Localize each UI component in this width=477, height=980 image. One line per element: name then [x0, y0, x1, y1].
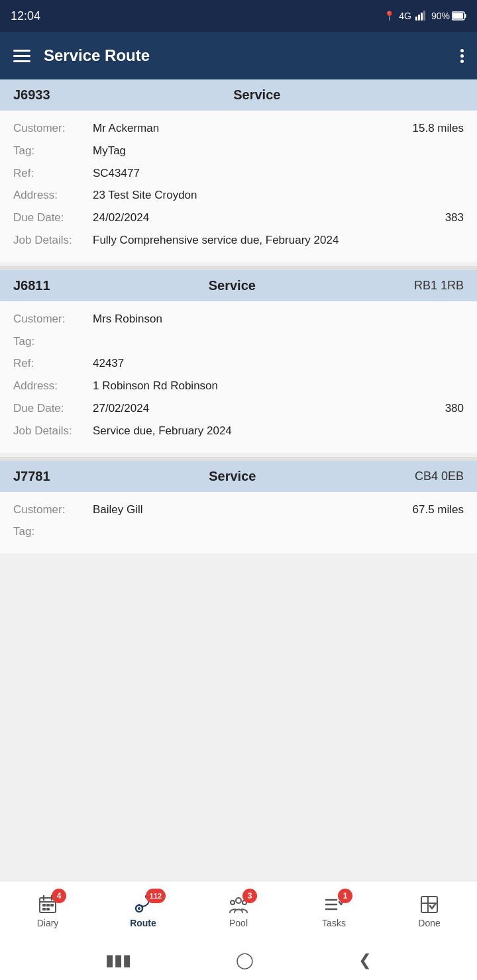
tasks-badge: 1	[338, 889, 352, 903]
job-address-row: Address: 23 Test Site Croydon	[13, 184, 464, 207]
job-body-j6811: Customer: Mrs Robinson Tag: Ref: 42437 A…	[0, 301, 477, 453]
job-list: J6933 Service Customer: Mr Ackerman 15.8…	[0, 79, 477, 881]
location-icon: 📍	[384, 11, 395, 21]
customer-label: Customer:	[13, 502, 93, 518]
battery-icon: 90%	[431, 11, 466, 21]
job-card-j7781[interactable]: J7781 Service CB4 0EB Customer: Bailey G…	[0, 461, 477, 554]
svg-rect-11	[42, 904, 46, 906]
ref-value: 42437	[93, 356, 464, 371]
details-value: Service due, February 2024	[93, 423, 464, 439]
job-customer-row: Customer: Mrs Robinson	[13, 308, 464, 330]
customer-label: Customer:	[13, 121, 93, 136]
job-ref-row: Ref: 42437	[13, 352, 464, 375]
due-number: 383	[445, 210, 464, 226]
job-body-j6933: Customer: Mr Ackerman 15.8 miles Tag: My…	[0, 111, 477, 262]
home-button[interactable]: ◯	[236, 951, 254, 969]
svg-rect-12	[46, 904, 50, 906]
page-title: Service Route	[44, 46, 460, 65]
done-icon-container	[419, 894, 440, 915]
details-label: Job Details:	[13, 232, 93, 248]
pool-icon-container: 3	[228, 894, 249, 915]
job-details-row: Job Details: Fully Comprehensive service…	[13, 229, 464, 252]
nav-item-route[interactable]: 112 Route	[95, 881, 191, 940]
hamburger-menu-button[interactable]	[13, 50, 30, 62]
status-bar: 12:04 📍 4G 90%	[0, 0, 477, 32]
bottom-navigation: 4 Diary 112 Route 3	[0, 881, 477, 940]
job-tag-row: Tag:	[13, 330, 464, 353]
job-duedate-row: Due Date: 27/02/2024 380	[13, 397, 464, 420]
customer-value: Mrs Robinson	[93, 311, 464, 327]
ref-value: SC43477	[93, 166, 464, 181]
job-card-j6933[interactable]: J6933 Service Customer: Mr Ackerman 15.8…	[0, 79, 477, 262]
ref-label: Ref:	[13, 166, 93, 181]
pool-label: Pool	[229, 918, 248, 928]
distance-value: 15.8 miles	[413, 121, 464, 136]
job-card-j6811[interactable]: J6811 Service RB1 1RB Customer: Mrs Robi…	[0, 270, 477, 453]
job-body-j7781: Customer: Bailey Gill 67.5 miles Tag:	[0, 492, 477, 554]
job-number: J7781	[13, 469, 50, 484]
system-nav-bar: ▮▮▮ ◯ ❮	[0, 940, 477, 980]
status-time: 12:04	[11, 9, 40, 23]
duedate-label: Due Date:	[13, 210, 93, 226]
svg-rect-2	[421, 13, 423, 21]
nav-item-diary[interactable]: 4 Diary	[0, 881, 95, 940]
recent-apps-button[interactable]: ▮▮▮	[105, 951, 131, 969]
svg-point-17	[138, 907, 140, 910]
done-label: Done	[418, 918, 440, 928]
svg-rect-3	[423, 11, 425, 21]
job-type: Service	[57, 278, 407, 293]
details-value: Fully Comprehensive service due, Februar…	[93, 232, 464, 248]
pool-badge: 3	[242, 889, 257, 903]
due-number: 380	[445, 401, 464, 416]
tasks-label: Tasks	[322, 918, 346, 928]
back-button[interactable]: ❮	[358, 951, 372, 969]
job-tag-row: Tag: MyTag	[13, 140, 464, 162]
network-type: 4G	[399, 11, 411, 21]
svg-rect-13	[50, 904, 54, 906]
duedate-label: Due Date:	[13, 401, 93, 416]
nav-item-tasks[interactable]: 1 Tasks	[286, 881, 382, 940]
tasks-icon-container: 1	[323, 894, 344, 915]
customer-value: Mr Ackerman	[93, 121, 159, 136]
svg-rect-6	[452, 13, 463, 19]
svg-point-20	[231, 901, 235, 905]
job-header-j6933: J6933 Service	[0, 79, 477, 111]
route-badge: 112	[146, 889, 166, 903]
job-customer-row: Customer: Mr Ackerman 15.8 miles	[13, 117, 464, 140]
diary-badge: 4	[52, 889, 66, 903]
address-label: Address:	[13, 378, 93, 394]
nav-item-pool[interactable]: 3 Pool	[191, 881, 286, 940]
tag-label: Tag:	[13, 524, 93, 540]
address-value: 1 Robinson Rd Robinson	[93, 378, 464, 394]
nav-item-done[interactable]: Done	[382, 881, 477, 940]
job-postcode: RB1 1RB	[414, 279, 464, 293]
more-options-button[interactable]	[460, 49, 464, 63]
job-header-j7781: J7781 Service CB4 0EB	[0, 461, 477, 492]
job-number: J6933	[13, 87, 50, 103]
diary-label: Diary	[37, 918, 59, 928]
duedate-value: 24/02/2024	[93, 210, 149, 226]
svg-rect-15	[46, 908, 50, 910]
duedate-value: 27/02/2024	[93, 401, 149, 416]
job-type: Service	[57, 87, 457, 103]
job-tag-row: Tag:	[13, 520, 464, 543]
svg-rect-1	[418, 15, 420, 21]
job-details-row: Job Details: Service due, February 2024	[13, 420, 464, 442]
job-address-row: Address: 1 Robinson Rd Robinson	[13, 375, 464, 397]
address-value: 23 Test Site Croydon	[93, 187, 464, 203]
details-label: Job Details:	[13, 423, 93, 439]
job-postcode: CB4 0EB	[415, 469, 464, 483]
job-type: Service	[57, 469, 408, 484]
distance-value: 67.5 miles	[413, 502, 464, 518]
tag-value: MyTag	[93, 143, 464, 159]
route-icon-container: 112	[132, 894, 154, 915]
tag-label: Tag:	[13, 143, 93, 159]
ref-label: Ref:	[13, 356, 93, 371]
job-duedate-row: Due Date: 24/02/2024 383	[13, 207, 464, 229]
svg-rect-0	[415, 17, 417, 21]
job-customer-row: Customer: Bailey Gill 67.5 miles	[13, 499, 464, 521]
customer-label: Customer:	[13, 311, 93, 327]
done-icon	[419, 894, 440, 915]
signal-icon	[415, 10, 427, 23]
diary-icon-container: 4	[37, 894, 58, 915]
